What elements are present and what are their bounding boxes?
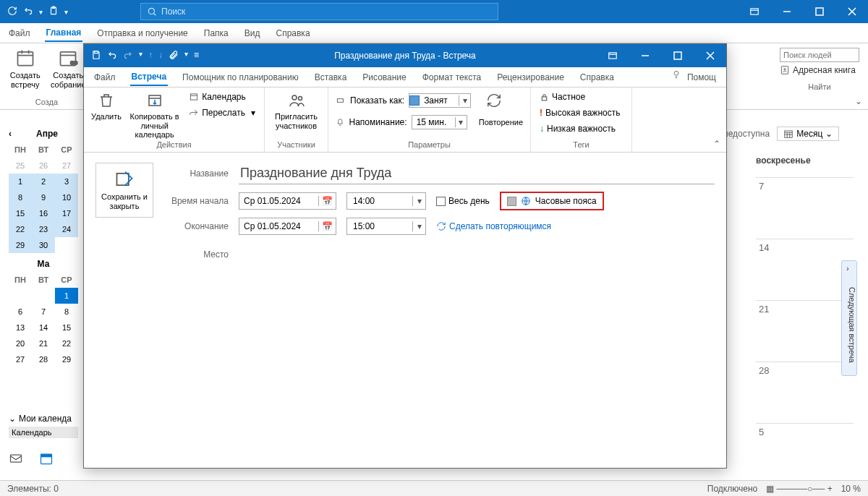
- close-button[interactable]: [835, 0, 868, 23]
- all-day-checkbox[interactable]: Весь день: [436, 196, 490, 206]
- start-time-input[interactable]: 14:00▾: [346, 192, 426, 210]
- refresh-icon[interactable]: [7, 6, 17, 18]
- find-group: Адресная книга Найти: [771, 43, 868, 109]
- m-menu-file[interactable]: Файл: [93, 69, 117, 85]
- delete-button[interactable]: Удалить: [91, 90, 122, 140]
- my-calendars: ⌄Мои календа Календарь: [9, 414, 78, 438]
- label-name: Название: [163, 168, 229, 179]
- new-meeting-button[interactable]: Создать встречу: [7, 46, 43, 90]
- close-button[interactable]: [694, 44, 726, 67]
- subject-input[interactable]: [239, 163, 715, 184]
- ribbon-display-icon[interactable]: [738, 0, 770, 23]
- qat-chevron-icon[interactable]: ▾: [139, 50, 142, 62]
- minimize-button[interactable]: [629, 44, 661, 67]
- forward-button[interactable]: Переслать▾: [187, 106, 257, 119]
- end-date-input[interactable]: Ср 01.05.2024📅: [239, 218, 336, 235]
- svg-rect-6: [17, 52, 33, 66]
- recurrence-button[interactable]: [482, 90, 506, 111]
- tell-me[interactable]: Помощ: [671, 69, 718, 85]
- undo-icon[interactable]: [23, 6, 33, 18]
- qat-more-icon[interactable]: ≡: [194, 50, 199, 62]
- menu-home[interactable]: Главная: [45, 25, 83, 42]
- day-cell[interactable]: 14: [756, 239, 854, 300]
- menu-file[interactable]: Файл: [7, 25, 32, 41]
- calendar-picker-icon[interactable]: 📅: [318, 196, 336, 206]
- redo-icon[interactable]: [123, 50, 133, 62]
- menu-folder[interactable]: Папка: [203, 25, 230, 41]
- day-cell[interactable]: 7: [756, 177, 854, 239]
- end-time-input[interactable]: 15:00▾: [346, 218, 426, 235]
- m-menu-meeting[interactable]: Встреча: [130, 69, 169, 86]
- maximize-button[interactable]: [803, 0, 835, 23]
- menu-sendrecv[interactable]: Отправка и получение: [95, 25, 189, 41]
- new-gathering-button[interactable]: Создать собрание: [51, 46, 87, 90]
- undo-icon[interactable]: [107, 50, 117, 62]
- calendar-button[interactable]: Календарь: [187, 90, 257, 103]
- timezones-highlight: Часовые пояса: [500, 192, 604, 210]
- high-importance-button[interactable]: !Высокая важность: [538, 106, 624, 119]
- day-cell[interactable]: 21: [756, 300, 854, 362]
- calendar-grid-icon: [783, 129, 793, 139]
- save-close-button[interactable]: Сохранить и закрыть: [95, 163, 153, 218]
- search-box[interactable]: Поиск: [140, 3, 498, 20]
- calendar-item[interactable]: Календарь: [9, 427, 78, 438]
- save-icon[interactable]: [91, 50, 101, 62]
- svg-point-24: [298, 97, 302, 101]
- minimize-button[interactable]: [770, 0, 803, 23]
- down-icon[interactable]: ↓: [158, 50, 163, 62]
- make-recurring-link[interactable]: Сделать повторяющимся: [436, 221, 551, 231]
- clip-icon[interactable]: [169, 50, 179, 62]
- show-as-label: Показать как:: [350, 95, 404, 106]
- m-menu-review[interactable]: Рецензирование: [495, 69, 566, 85]
- start-date-input[interactable]: Ср 01.05.2024📅: [239, 192, 336, 210]
- prev-month-icon[interactable]: ‹: [9, 129, 12, 139]
- paste-icon[interactable]: [48, 6, 59, 18]
- m-menu-format[interactable]: Формат текста: [421, 69, 482, 85]
- low-importance-button[interactable]: ↓Низкая важность: [538, 122, 624, 135]
- private-button[interactable]: Частное: [538, 90, 624, 103]
- m-menu-planning[interactable]: Помощник по планированию: [181, 69, 300, 85]
- collapse-ribbon-icon[interactable]: ⌄: [855, 96, 862, 106]
- day-cell[interactable]: 5: [756, 423, 854, 484]
- ribbon-display-icon[interactable]: [596, 44, 629, 67]
- next-meeting-tab[interactable]: Следующая встреча: [841, 260, 857, 376]
- show-as-combo[interactable]: Занят▾: [409, 93, 471, 108]
- timezones-label[interactable]: Часовые пояса: [535, 196, 597, 206]
- calendar-picker-icon[interactable]: 📅: [318, 221, 336, 231]
- svg-rect-3: [750, 9, 758, 14]
- people-icon: [285, 90, 308, 111]
- meeting-window: ▾ ↑ ↓ ▾ ≡ Празднование дня Труда - Встре…: [83, 43, 727, 469]
- my-calendars-toggle[interactable]: ⌄Мои календа: [9, 414, 78, 424]
- maximize-button[interactable]: [661, 44, 694, 67]
- label-end: Окончание: [163, 221, 229, 231]
- timezones-checkbox[interactable]: [507, 197, 516, 206]
- save-close-icon: [114, 169, 135, 189]
- up-icon[interactable]: ↑: [148, 50, 153, 62]
- copy-to-calendar-button[interactable]: Копировать в личный календарь: [126, 90, 183, 140]
- calendar-nav-icon[interactable]: [39, 451, 54, 468]
- addressbook-icon: [780, 65, 790, 75]
- day-cell[interactable]: 28: [756, 362, 854, 423]
- month-view-button[interactable]: Месяц ⌄: [777, 127, 839, 141]
- m-menu-draw[interactable]: Рисование: [361, 69, 407, 85]
- search-people-input[interactable]: [780, 48, 859, 62]
- search-icon: [147, 7, 157, 17]
- m-menu-insert[interactable]: Вставка: [313, 69, 349, 85]
- zoom-level: 10 %: [841, 484, 861, 494]
- invite-button[interactable]: Пригласить участников: [272, 90, 320, 130]
- menu-help[interactable]: Справка: [274, 25, 311, 41]
- reminder-combo[interactable]: 15 мин.▾: [412, 115, 467, 129]
- bulb-icon: [671, 69, 681, 80]
- view-buttons[interactable]: ▦ ─────○── +: [766, 484, 832, 494]
- svg-point-2: [148, 8, 154, 14]
- collapse-ribbon-icon[interactable]: ⌃: [713, 139, 720, 149]
- menu-view[interactable]: Вид: [243, 25, 262, 41]
- address-book-button[interactable]: Адресная книга: [780, 65, 859, 75]
- svg-point-9: [74, 61, 77, 65]
- qat-chevron-icon[interactable]: ▾: [39, 8, 43, 16]
- bell-icon: [336, 117, 345, 127]
- qat-more-icon[interactable]: ▾: [64, 8, 68, 16]
- m-menu-help[interactable]: Справка: [579, 69, 616, 85]
- svg-rect-15: [785, 131, 793, 137]
- mail-icon[interactable]: [9, 451, 23, 468]
